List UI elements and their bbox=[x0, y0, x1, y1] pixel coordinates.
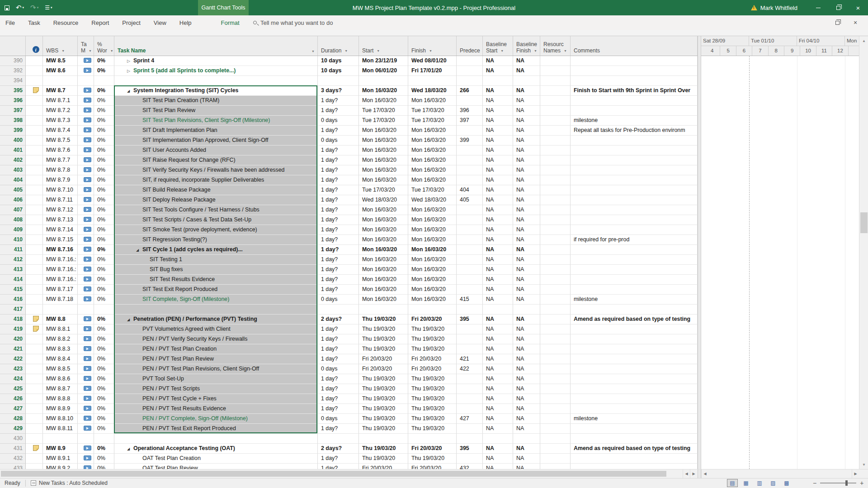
cell-comments[interactable] bbox=[571, 106, 698, 116]
note-indicator-icon[interactable] bbox=[33, 326, 39, 332]
cell-rnames[interactable] bbox=[540, 285, 571, 295]
cell-bfinish[interactable]: NA bbox=[513, 424, 540, 434]
cell-start[interactable]: Mon 16/03/20 bbox=[359, 96, 408, 106]
cell-wbs[interactable]: MW 8.6 bbox=[43, 66, 78, 76]
cell-info[interactable] bbox=[26, 265, 43, 275]
cell-info[interactable] bbox=[26, 314, 43, 324]
cell-finish[interactable]: Mon 16/03/20 bbox=[408, 145, 457, 155]
cell-wbs[interactable]: MW 8.8.11 bbox=[43, 424, 78, 434]
cell-name[interactable]: SIT User Accounts Added bbox=[114, 145, 318, 155]
cell-start[interactable]: Thu 19/03/20 bbox=[359, 374, 408, 384]
cell-rnames[interactable] bbox=[540, 165, 571, 175]
customize-qat-button[interactable]: ☰▾ bbox=[45, 5, 52, 11]
cell-name[interactable]: PEN / PVT Test Results Evidence bbox=[114, 404, 318, 414]
cell-pct[interactable]: 0% bbox=[94, 334, 114, 344]
row-number[interactable]: 420 bbox=[0, 334, 26, 344]
cell-finish[interactable]: Fri 20/03/20 bbox=[408, 464, 457, 469]
cell-pct[interactable]: 0% bbox=[94, 116, 114, 126]
cell-duration[interactable]: 1 day? bbox=[318, 275, 359, 285]
cell-bstart[interactable]: NA bbox=[483, 155, 513, 165]
cell-pred[interactable] bbox=[457, 155, 483, 165]
cell-rnames[interactable] bbox=[540, 314, 571, 324]
cell-pct[interactable]: 0% bbox=[94, 155, 114, 165]
cell-finish[interactable]: Mon 16/03/20 bbox=[408, 126, 457, 136]
cell-comments[interactable] bbox=[571, 324, 698, 334]
cell-mode[interactable] bbox=[78, 305, 94, 314]
cell-info[interactable] bbox=[26, 215, 43, 225]
cell-mode[interactable] bbox=[78, 205, 94, 215]
cell-pct[interactable]: 0% bbox=[94, 56, 114, 66]
column-header-wbs[interactable]: WBS▼ bbox=[43, 36, 78, 56]
cell-finish[interactable]: Mon 16/03/20 bbox=[408, 175, 457, 185]
pane-splitter[interactable] bbox=[698, 36, 701, 478]
cell-start[interactable]: Fri 20/03/20 bbox=[359, 464, 408, 469]
cell-name[interactable]: SIT Build Release Package bbox=[114, 185, 318, 195]
cell-info[interactable] bbox=[26, 305, 43, 314]
cell-name[interactable]: PEN / PVT Test Exit Report Produced bbox=[114, 424, 318, 434]
column-header-comments[interactable]: Comments bbox=[571, 36, 698, 56]
cell-rnames[interactable] bbox=[540, 66, 571, 76]
cell-finish[interactable] bbox=[408, 76, 457, 86]
cell-pred[interactable]: 396 bbox=[457, 106, 483, 116]
cell-finish[interactable]: Mon 16/03/20 bbox=[408, 295, 457, 305]
cell-start[interactable]: Thu 19/03/20 bbox=[359, 444, 408, 454]
cell-mode[interactable] bbox=[78, 56, 94, 66]
column-header-name[interactable]: ▼Task Name bbox=[114, 36, 318, 56]
cell-duration[interactable]: 0 days bbox=[318, 295, 359, 305]
cell-bfinish[interactable] bbox=[513, 76, 540, 86]
cell-bstart[interactable]: NA bbox=[483, 384, 513, 394]
cell-bstart[interactable]: NA bbox=[483, 126, 513, 136]
cell-name[interactable]: SIT Draft Implementation Plan bbox=[114, 126, 318, 136]
ribbon-tab-report[interactable]: Report bbox=[91, 19, 109, 26]
document-restore-button[interactable] bbox=[828, 15, 846, 30]
cell-wbs[interactable]: MW 8.8.2 bbox=[43, 334, 78, 344]
filter-arrow-icon[interactable]: ▼ bbox=[110, 47, 113, 54]
cell-mode[interactable] bbox=[78, 384, 94, 394]
cell-name[interactable]: SIT Regression Testing(?) bbox=[114, 235, 318, 245]
note-indicator-icon[interactable] bbox=[33, 316, 39, 322]
cell-rnames[interactable] bbox=[540, 464, 571, 469]
cell-comments[interactable]: Repeat all tasks for Pre-Production envi… bbox=[571, 126, 698, 136]
row-number[interactable]: 398 bbox=[0, 116, 26, 126]
task-usage-view-icon[interactable]: ▦ bbox=[741, 479, 751, 487]
cell-mode[interactable] bbox=[78, 136, 94, 145]
cell-start[interactable]: Mon 16/03/20 bbox=[359, 145, 408, 155]
cell-start[interactable]: Fri 20/03/20 bbox=[359, 364, 408, 374]
cell-bfinish[interactable]: NA bbox=[513, 106, 540, 116]
cell-pred[interactable] bbox=[457, 145, 483, 155]
cell-info[interactable] bbox=[26, 275, 43, 285]
cell-start[interactable] bbox=[359, 76, 408, 86]
cell-rnames[interactable] bbox=[540, 155, 571, 165]
cell-comments[interactable] bbox=[571, 305, 698, 314]
cell-bfinish[interactable]: NA bbox=[513, 414, 540, 424]
row-number[interactable]: 423 bbox=[0, 364, 26, 374]
cell-pred[interactable] bbox=[457, 235, 483, 245]
cell-info[interactable] bbox=[26, 116, 43, 126]
cell-name[interactable]: SIT Deploy Release Package bbox=[114, 195, 318, 205]
cell-pred[interactable] bbox=[457, 76, 483, 86]
cell-wbs[interactable]: MW 8.7.16.: bbox=[43, 275, 78, 285]
cell-info[interactable] bbox=[26, 165, 43, 175]
column-header-rownum[interactable] bbox=[0, 36, 26, 56]
cell-pred[interactable] bbox=[457, 334, 483, 344]
ribbon-tab-file[interactable]: File bbox=[5, 19, 15, 26]
cell-bstart[interactable]: NA bbox=[483, 116, 513, 126]
row-number[interactable]: 413 bbox=[0, 265, 26, 275]
cell-pred[interactable] bbox=[457, 404, 483, 414]
cell-mode[interactable] bbox=[78, 185, 94, 195]
cell-name[interactable]: SIT, if required, incorporate Supplier D… bbox=[114, 175, 318, 185]
cell-wbs[interactable]: MW 8.7.9 bbox=[43, 175, 78, 185]
cell-pred[interactable] bbox=[457, 96, 483, 106]
cell-duration[interactable]: 1 day? bbox=[318, 195, 359, 205]
cell-comments[interactable] bbox=[571, 424, 698, 434]
cell-pct[interactable]: 0% bbox=[94, 374, 114, 384]
cell-pct[interactable]: 0% bbox=[94, 414, 114, 424]
document-close-button[interactable]: × bbox=[846, 15, 864, 30]
cell-mode[interactable] bbox=[78, 175, 94, 185]
cell-bstart[interactable]: NA bbox=[483, 145, 513, 155]
cell-info[interactable] bbox=[26, 334, 43, 344]
cell-pred[interactable] bbox=[457, 165, 483, 175]
cell-start[interactable]: Thu 19/03/20 bbox=[359, 394, 408, 404]
cell-bfinish[interactable]: NA bbox=[513, 245, 540, 255]
cell-rnames[interactable] bbox=[540, 56, 571, 66]
